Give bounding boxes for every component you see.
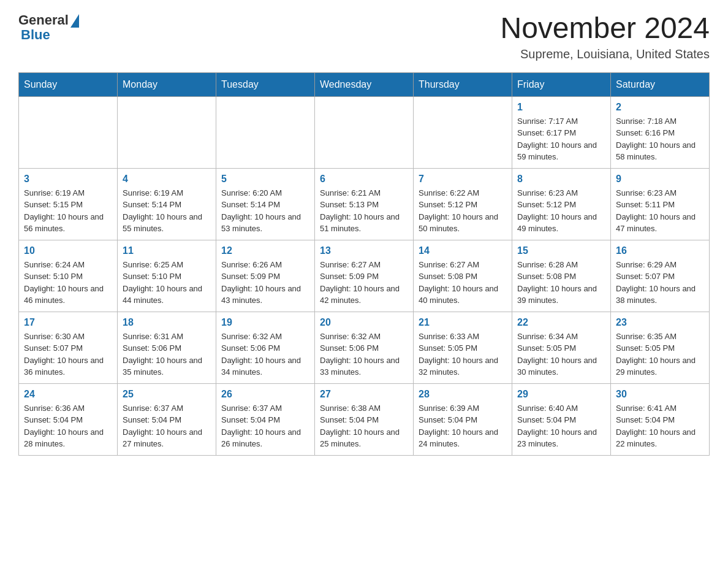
calendar-cell: [216, 96, 315, 168]
calendar-cell: 18Sunrise: 6:31 AM Sunset: 5:06 PM Dayli…: [118, 312, 216, 383]
weekday-header-wednesday: Wednesday: [315, 72, 414, 96]
day-info: Sunrise: 6:22 AM Sunset: 5:12 PM Dayligh…: [419, 187, 507, 235]
day-number: 20: [320, 317, 408, 328]
day-number: 26: [221, 389, 309, 400]
day-number: 15: [517, 245, 605, 256]
day-number: 19: [221, 317, 309, 328]
weekday-header-thursday: Thursday: [414, 72, 512, 96]
day-info: Sunrise: 6:36 AM Sunset: 5:04 PM Dayligh…: [24, 402, 112, 450]
calendar-cell: 23Sunrise: 6:35 AM Sunset: 5:05 PM Dayli…: [611, 312, 710, 383]
calendar-week-row: 3Sunrise: 6:19 AM Sunset: 5:15 PM Daylig…: [19, 168, 710, 240]
calendar-cell: 11Sunrise: 6:25 AM Sunset: 5:10 PM Dayli…: [118, 240, 216, 312]
day-info: Sunrise: 6:39 AM Sunset: 5:04 PM Dayligh…: [419, 402, 507, 450]
calendar-cell: 8Sunrise: 6:23 AM Sunset: 5:12 PM Daylig…: [512, 168, 611, 240]
day-number: 30: [616, 389, 704, 400]
calendar-cell: 14Sunrise: 6:27 AM Sunset: 5:08 PM Dayli…: [414, 240, 512, 312]
calendar-cell: 20Sunrise: 6:32 AM Sunset: 5:06 PM Dayli…: [315, 312, 414, 383]
weekday-header-friday: Friday: [512, 72, 611, 96]
calendar-cell: 5Sunrise: 6:20 AM Sunset: 5:14 PM Daylig…: [216, 168, 315, 240]
calendar-cell: 17Sunrise: 6:30 AM Sunset: 5:07 PM Dayli…: [19, 312, 118, 383]
day-info: Sunrise: 7:17 AM Sunset: 6:17 PM Dayligh…: [517, 115, 605, 163]
logo: General Blue: [18, 12, 79, 43]
page-header: General Blue November 2024 Supreme, Loui…: [18, 12, 710, 61]
day-number: 6: [320, 174, 408, 185]
day-info: Sunrise: 6:25 AM Sunset: 5:10 PM Dayligh…: [123, 259, 211, 307]
day-info: Sunrise: 6:38 AM Sunset: 5:04 PM Dayligh…: [320, 402, 408, 450]
day-info: Sunrise: 7:18 AM Sunset: 6:16 PM Dayligh…: [616, 115, 704, 163]
calendar-cell: 4Sunrise: 6:19 AM Sunset: 5:14 PM Daylig…: [118, 168, 216, 240]
day-number: 16: [616, 245, 704, 256]
calendar-cell: [315, 96, 414, 168]
logo-triangle-icon: [70, 14, 79, 28]
day-number: 7: [419, 174, 507, 185]
day-number: 22: [517, 317, 605, 328]
day-info: Sunrise: 6:27 AM Sunset: 5:08 PM Dayligh…: [419, 259, 507, 307]
day-number: 1: [517, 102, 605, 113]
calendar-cell: 7Sunrise: 6:22 AM Sunset: 5:12 PM Daylig…: [414, 168, 512, 240]
day-number: 4: [123, 174, 211, 185]
day-info: Sunrise: 6:34 AM Sunset: 5:05 PM Dayligh…: [517, 331, 605, 378]
calendar-cell: 29Sunrise: 6:40 AM Sunset: 5:04 PM Dayli…: [512, 383, 611, 455]
day-number: 25: [123, 389, 211, 400]
calendar-cell: 6Sunrise: 6:21 AM Sunset: 5:13 PM Daylig…: [315, 168, 414, 240]
calendar-cell: 22Sunrise: 6:34 AM Sunset: 5:05 PM Dayli…: [512, 312, 611, 383]
day-info: Sunrise: 6:20 AM Sunset: 5:14 PM Dayligh…: [221, 187, 309, 235]
day-info: Sunrise: 6:40 AM Sunset: 5:04 PM Dayligh…: [517, 402, 605, 450]
day-number: 13: [320, 245, 408, 256]
day-number: 17: [24, 317, 112, 328]
calendar-cell: 15Sunrise: 6:28 AM Sunset: 5:08 PM Dayli…: [512, 240, 611, 312]
calendar-cell: 1Sunrise: 7:17 AM Sunset: 6:17 PM Daylig…: [512, 96, 611, 168]
calendar-cell: 13Sunrise: 6:27 AM Sunset: 5:09 PM Dayli…: [315, 240, 414, 312]
month-title: November 2024: [500, 12, 710, 45]
day-number: 9: [616, 174, 704, 185]
day-info: Sunrise: 6:41 AM Sunset: 5:04 PM Dayligh…: [616, 402, 704, 450]
day-info: Sunrise: 6:35 AM Sunset: 5:05 PM Dayligh…: [616, 331, 704, 378]
logo-blue-text: Blue: [18, 27, 50, 43]
day-info: Sunrise: 6:37 AM Sunset: 5:04 PM Dayligh…: [123, 402, 211, 450]
calendar-cell: 12Sunrise: 6:26 AM Sunset: 5:09 PM Dayli…: [216, 240, 315, 312]
calendar-cell: [19, 96, 118, 168]
title-section: November 2024 Supreme, Louisiana, United…: [500, 12, 710, 61]
day-number: 11: [123, 245, 211, 256]
weekday-header-monday: Monday: [118, 72, 216, 96]
day-number: 14: [419, 245, 507, 256]
day-number: 28: [419, 389, 507, 400]
day-number: 2: [616, 102, 704, 113]
calendar-cell: 25Sunrise: 6:37 AM Sunset: 5:04 PM Dayli…: [118, 383, 216, 455]
calendar-table: SundayMondayTuesdayWednesdayThursdayFrid…: [18, 72, 710, 456]
calendar-cell: 16Sunrise: 6:29 AM Sunset: 5:07 PM Dayli…: [611, 240, 710, 312]
day-number: 24: [24, 389, 112, 400]
calendar-week-row: 10Sunrise: 6:24 AM Sunset: 5:10 PM Dayli…: [19, 240, 710, 312]
day-number: 12: [221, 245, 309, 256]
calendar-header-row: SundayMondayTuesdayWednesdayThursdayFrid…: [19, 72, 710, 96]
weekday-header-saturday: Saturday: [611, 72, 710, 96]
day-info: Sunrise: 6:24 AM Sunset: 5:10 PM Dayligh…: [24, 259, 112, 307]
day-info: Sunrise: 6:28 AM Sunset: 5:08 PM Dayligh…: [517, 259, 605, 307]
day-number: 27: [320, 389, 408, 400]
day-info: Sunrise: 6:32 AM Sunset: 5:06 PM Dayligh…: [221, 331, 309, 378]
calendar-cell: 28Sunrise: 6:39 AM Sunset: 5:04 PM Dayli…: [414, 383, 512, 455]
day-number: 3: [24, 174, 112, 185]
day-number: 29: [517, 389, 605, 400]
calendar-cell: 10Sunrise: 6:24 AM Sunset: 5:10 PM Dayli…: [19, 240, 118, 312]
day-info: Sunrise: 6:29 AM Sunset: 5:07 PM Dayligh…: [616, 259, 704, 307]
day-info: Sunrise: 6:37 AM Sunset: 5:04 PM Dayligh…: [221, 402, 309, 450]
calendar-cell: 26Sunrise: 6:37 AM Sunset: 5:04 PM Dayli…: [216, 383, 315, 455]
location-text: Supreme, Louisiana, United States: [500, 47, 710, 61]
day-number: 18: [123, 317, 211, 328]
day-number: 5: [221, 174, 309, 185]
weekday-header-tuesday: Tuesday: [216, 72, 315, 96]
day-number: 21: [419, 317, 507, 328]
day-info: Sunrise: 6:33 AM Sunset: 5:05 PM Dayligh…: [419, 331, 507, 378]
day-info: Sunrise: 6:19 AM Sunset: 5:14 PM Dayligh…: [123, 187, 211, 235]
day-info: Sunrise: 6:23 AM Sunset: 5:12 PM Dayligh…: [517, 187, 605, 235]
logo-general-text: General: [18, 12, 69, 28]
day-info: Sunrise: 6:32 AM Sunset: 5:06 PM Dayligh…: [320, 331, 408, 378]
calendar-cell: 2Sunrise: 7:18 AM Sunset: 6:16 PM Daylig…: [611, 96, 710, 168]
day-info: Sunrise: 6:23 AM Sunset: 5:11 PM Dayligh…: [616, 187, 704, 235]
day-info: Sunrise: 6:21 AM Sunset: 5:13 PM Dayligh…: [320, 187, 408, 235]
calendar-week-row: 17Sunrise: 6:30 AM Sunset: 5:07 PM Dayli…: [19, 312, 710, 383]
day-info: Sunrise: 6:31 AM Sunset: 5:06 PM Dayligh…: [123, 331, 211, 378]
day-number: 23: [616, 317, 704, 328]
day-number: 8: [517, 174, 605, 185]
